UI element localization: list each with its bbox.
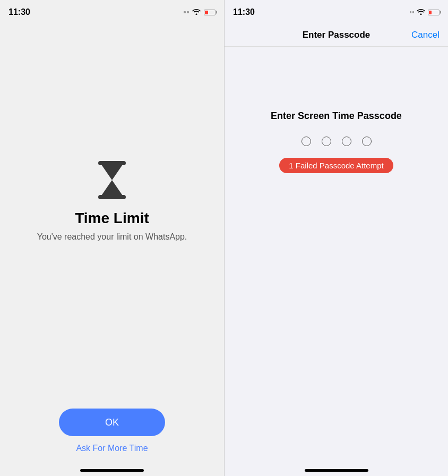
signal-bars-right	[410, 11, 414, 13]
left-bottom: OK Ask For More Time	[0, 409, 224, 469]
passcode-dot-3	[342, 137, 351, 146]
status-icons-left	[184, 8, 216, 16]
status-time-left: 11:30	[8, 7, 30, 17]
left-main-content: Time Limit You've reached your limit on …	[0, 23, 224, 409]
home-indicator-left	[80, 469, 144, 472]
wifi-icon-left	[192, 8, 201, 16]
battery-icon-right	[428, 10, 440, 15]
ask-for-more-time-link[interactable]: Ask For More Time	[76, 444, 148, 453]
signal-icon-left	[184, 11, 189, 13]
status-icons-right	[410, 8, 440, 16]
status-bar-left: 11:30	[0, 0, 224, 23]
wifi-icon-right	[417, 8, 425, 16]
left-panel: 11:30	[0, 0, 224, 476]
battery-fill-left	[205, 11, 208, 14]
passcode-dot-4	[362, 137, 372, 146]
passcode-dot-1	[301, 137, 311, 146]
svg-rect-0	[98, 161, 126, 165]
home-indicator-right	[305, 469, 368, 472]
bar-1	[410, 11, 411, 13]
battery-fill-right	[429, 11, 432, 14]
passcode-title: Enter Screen Time Passcode	[271, 110, 402, 122]
bar-2	[412, 11, 414, 13]
time-limit-description: You've reached your limit on WhatsApp.	[37, 232, 187, 242]
status-time-right: 11:30	[233, 7, 255, 17]
passcode-dot-2	[322, 137, 331, 146]
passcode-content: Enter Screen Time Passcode 1 Failed Pass…	[225, 47, 448, 469]
failed-passcode-badge: 1 Failed Passcode Attempt	[279, 158, 393, 173]
battery-icon-left	[204, 10, 216, 15]
nav-bar: Enter Passcode Cancel	[225, 23, 448, 47]
ok-button[interactable]: OK	[59, 409, 165, 436]
signal-dot-1	[184, 11, 186, 13]
svg-rect-1	[98, 195, 126, 199]
cancel-button[interactable]: Cancel	[411, 30, 440, 40]
hourglass-icon	[93, 159, 131, 201]
signal-dot-2	[187, 11, 189, 13]
nav-title: Enter Passcode	[303, 30, 371, 40]
status-bar-right: 11:30	[225, 0, 448, 23]
passcode-dots	[301, 137, 372, 146]
time-limit-title: Time Limit	[75, 210, 149, 227]
right-panel: 11:30 Enter Passcode Cancel Enter Scre	[224, 0, 448, 476]
